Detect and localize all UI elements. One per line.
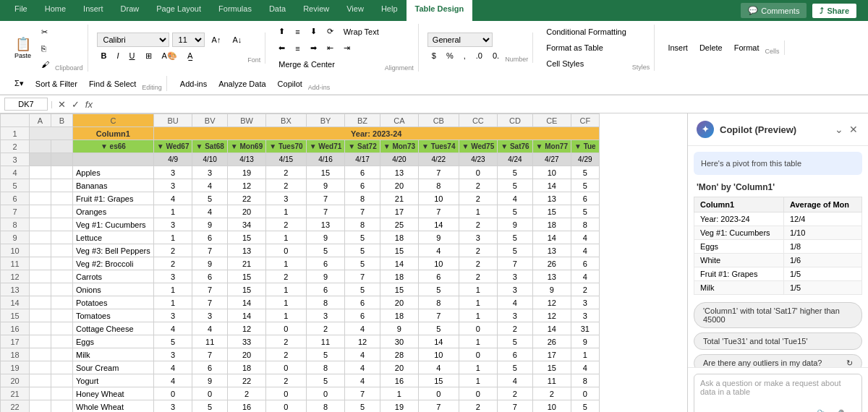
data-cell[interactable]: 31 xyxy=(571,322,599,335)
data-cell[interactable]: 18 xyxy=(380,231,418,244)
formula-cancel-button[interactable]: ✕ xyxy=(56,99,68,110)
data-cell[interactable]: 3 xyxy=(459,231,498,244)
col-c-header[interactable]: C xyxy=(73,114,154,127)
data-cell[interactable]: 17 xyxy=(380,205,418,218)
data-cell[interactable]: 6 xyxy=(345,296,380,309)
data-cell[interactable]: 20 xyxy=(227,348,265,361)
data-cell[interactable]: 26 xyxy=(532,335,571,348)
data-cell[interactable]: 2 xyxy=(459,400,498,413)
decrease-indent-button[interactable]: ⇤ xyxy=(323,40,338,56)
col-bz-header[interactable]: BZ xyxy=(345,114,380,127)
data-cell[interactable]: 9 xyxy=(306,270,345,283)
data-cell[interactable]: 7 xyxy=(419,205,459,218)
increase-decimal-button[interactable]: .0 xyxy=(472,48,487,63)
product-label[interactable]: Bananas xyxy=(73,179,154,192)
data-cell[interactable]: 0 xyxy=(419,387,459,400)
data-cell[interactable]: 14 xyxy=(227,309,265,322)
tab-insert[interactable]: Insert xyxy=(75,0,112,21)
data-cell[interactable]: 1 xyxy=(459,335,498,348)
data-cell[interactable]: 4 xyxy=(345,361,380,374)
data-cell[interactable]: 3 xyxy=(153,166,192,179)
data-cell[interactable]: 14 xyxy=(227,296,265,309)
data-cell[interactable]: 1 xyxy=(153,283,192,296)
data-cell[interactable]: 3 xyxy=(266,192,306,205)
number-format-select[interactable]: General xyxy=(427,33,493,47)
data-cell[interactable]: 9 xyxy=(306,231,345,244)
data-cell[interactable]: 0 xyxy=(571,387,599,400)
data-cell[interactable]: 1 xyxy=(266,257,306,270)
data-cell[interactable]: 4 xyxy=(571,244,599,257)
data-cell[interactable]: 11 xyxy=(192,335,227,348)
data-cell[interactable]: 5 xyxy=(192,400,227,413)
product-label[interactable]: Veg #1: Cucumbers xyxy=(73,218,154,231)
data-cell[interactable]: 7 xyxy=(192,348,227,361)
data-cell[interactable]: 9 xyxy=(571,335,599,348)
column1-header[interactable]: Column1 xyxy=(73,127,154,140)
insert-button[interactable]: Insert xyxy=(663,40,692,55)
sum-button[interactable]: Σ▾ xyxy=(10,76,28,91)
data-cell[interactable]: 6 xyxy=(571,192,599,205)
data-cell[interactable]: 4 xyxy=(192,179,227,192)
data-cell[interactable]: 19 xyxy=(227,166,265,179)
data-cell[interactable]: 5 xyxy=(345,400,380,413)
font-color-button[interactable]: A̲ xyxy=(183,48,197,64)
data-cell[interactable]: 3 xyxy=(498,309,532,322)
data-cell[interactable]: 0 xyxy=(459,387,498,400)
data-cell[interactable]: 10 xyxy=(419,257,459,270)
data-cell[interactable]: 0 xyxy=(266,387,306,400)
copilot-toolbar-button[interactable]: Copilot xyxy=(273,77,307,91)
copilot-send-button[interactable]: ➤ xyxy=(847,409,856,412)
data-cell[interactable]: 0 xyxy=(266,400,306,413)
data-cell[interactable]: 8 xyxy=(419,179,459,192)
filter-ce[interactable]: ▼ Mon77 xyxy=(532,140,571,153)
data-cell[interactable]: 6 xyxy=(192,231,227,244)
data-cell[interactable]: 0 xyxy=(153,387,192,400)
data-cell[interactable]: 4 xyxy=(345,322,380,335)
data-cell[interactable]: 20 xyxy=(380,361,418,374)
data-cell[interactable]: 7 xyxy=(498,400,532,413)
data-cell[interactable]: 33 xyxy=(227,335,265,348)
data-cell[interactable]: 2 xyxy=(266,335,306,348)
align-left-button[interactable]: ⬅ xyxy=(274,40,289,56)
data-cell[interactable]: 5 xyxy=(571,179,599,192)
data-cell[interactable]: 2 xyxy=(266,166,306,179)
data-cell[interactable]: 7 xyxy=(345,205,380,218)
product-label[interactable]: Potatoes xyxy=(73,296,154,309)
data-cell[interactable]: 15 xyxy=(532,205,571,218)
copy-button[interactable]: ⎘ xyxy=(37,41,54,56)
product-label[interactable]: Tomatoes xyxy=(73,309,154,322)
data-cell[interactable]: 22 xyxy=(227,374,265,387)
data-cell[interactable]: 15 xyxy=(227,231,265,244)
data-cell[interactable]: 6 xyxy=(306,257,345,270)
tab-data[interactable]: Data xyxy=(260,0,294,21)
cell-reference-input[interactable] xyxy=(4,98,48,111)
cut-button[interactable]: ✂ xyxy=(37,25,54,40)
data-cell[interactable]: 3 xyxy=(153,179,192,192)
tab-page-layout[interactable]: Page Layout xyxy=(148,0,210,21)
data-cell[interactable]: 21 xyxy=(380,192,418,205)
col-cd-header[interactable]: CD xyxy=(498,114,532,127)
data-cell[interactable]: 15 xyxy=(380,244,418,257)
data-cell[interactable]: 7 xyxy=(498,257,532,270)
data-cell[interactable]: 8 xyxy=(306,296,345,309)
suggestion-3[interactable]: Are there any outliers in my data? ↻ xyxy=(694,354,862,367)
product-label[interactable]: Carrots xyxy=(73,270,154,283)
data-cell[interactable]: 2 xyxy=(266,348,306,361)
decrease-decimal-button[interactable]: 0. xyxy=(488,48,503,63)
data-cell[interactable]: 25 xyxy=(380,218,418,231)
copilot-close-button[interactable]: ✕ xyxy=(848,122,859,137)
data-cell[interactable]: 2 xyxy=(227,387,265,400)
copilot-input-placeholder[interactable]: Ask a question or make a request about d… xyxy=(700,379,856,405)
col-bu-header[interactable]: BU xyxy=(153,114,192,127)
data-cell[interactable]: 14 xyxy=(532,179,571,192)
data-cell[interactable]: 10 xyxy=(419,192,459,205)
data-cell[interactable]: 5 xyxy=(571,205,599,218)
data-cell[interactable]: 12 xyxy=(227,322,265,335)
data-cell[interactable]: 3 xyxy=(498,270,532,283)
tab-view[interactable]: View xyxy=(338,0,373,21)
italic-button[interactable]: I xyxy=(113,48,124,63)
col-bx-header[interactable]: BX xyxy=(266,114,306,127)
data-cell[interactable]: 5 xyxy=(498,335,532,348)
data-cell[interactable]: 26 xyxy=(532,257,571,270)
data-cell[interactable]: 1 xyxy=(266,296,306,309)
